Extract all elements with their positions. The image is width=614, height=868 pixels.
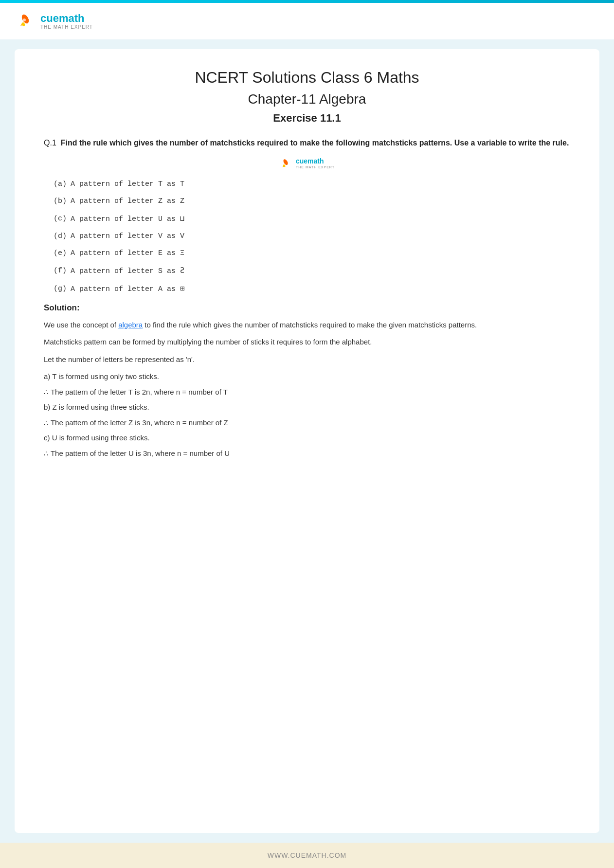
solution-item-a1: a) T is formed using only two sticks. xyxy=(44,370,570,383)
solution-item-b1: b) Z is formed using three sticks. xyxy=(44,401,570,414)
solution-item-c2: ∴ The pattern of the letter U is 3n, whe… xyxy=(44,447,570,460)
solution-item-c1: c) U is formed using three sticks. xyxy=(44,432,570,444)
list-item: (f) A pattern of letter S as Ƨ xyxy=(54,266,570,275)
page-title-main: NCERT Solutions Class 6 Maths xyxy=(44,69,570,87)
pattern-label-d: (d) xyxy=(54,232,67,240)
solution-intro3: Let the number of letters be represented… xyxy=(44,353,570,366)
list-item: (g) A pattern of letter A as ⊞ xyxy=(54,284,570,293)
pattern-label-e: (e) xyxy=(54,249,67,257)
cuemath-logo-icon xyxy=(15,10,36,32)
pattern-text-e: A pattern of letter E as Ξ xyxy=(71,249,184,257)
algebra-link[interactable]: algebra xyxy=(118,321,143,329)
pattern-text-a: A pattern of letter T as T xyxy=(71,180,184,188)
page-wrapper: cuemath THE MATH EXPERT NCERT Solutions … xyxy=(0,0,614,868)
pattern-label-g: (g) xyxy=(54,285,67,293)
pattern-label-f: (f) xyxy=(54,267,67,275)
inline-logo-text: cuemath THE MATH EXPERT xyxy=(296,158,335,168)
pattern-label-c: (c) xyxy=(54,215,67,223)
pattern-text-c: A pattern of letter U as ⊔ xyxy=(71,214,184,223)
question-number: Q.1 xyxy=(44,139,56,147)
solution-item-a2: ∴ The pattern of the letter T is 2n, whe… xyxy=(44,386,570,398)
list-item: (c) A pattern of letter U as ⊔ xyxy=(54,214,570,223)
solution-intro1: We use the concept of algebra to find th… xyxy=(44,319,570,331)
question-block: Q.1 Find the rule which gives the number… xyxy=(44,137,570,293)
list-item: (a) A pattern of letter T as T xyxy=(54,180,570,188)
list-item: (d) A pattern of letter V as V xyxy=(54,232,570,240)
logo-area: cuemath THE MATH EXPERT xyxy=(15,10,93,32)
inline-tagline-label: THE MATH EXPERT xyxy=(296,165,335,169)
pattern-label-a: (a) xyxy=(54,180,67,188)
pattern-text-d: A pattern of letter V as V xyxy=(71,232,184,240)
pattern-text-g: A pattern of letter A as ⊞ xyxy=(71,284,184,293)
list-item: (e) A pattern of letter E as Ξ xyxy=(54,249,570,257)
logo-tagline-text: THE MATH EXPERT xyxy=(40,24,93,30)
solution-block: Solution: We use the concept of algebra … xyxy=(44,303,570,460)
question-body: Find the rule which gives the number of … xyxy=(61,139,569,147)
solution-header: Solution: xyxy=(44,303,570,313)
inline-cuemath-label: cuemath xyxy=(296,158,335,165)
page-title-chapter: Chapter-11 Algebra xyxy=(44,91,570,107)
svg-point-3 xyxy=(23,18,26,21)
logo-text-area: cuemath THE MATH EXPERT xyxy=(40,13,93,30)
inline-logo-icon xyxy=(279,157,293,170)
pattern-text-f: A pattern of letter S as Ƨ xyxy=(71,266,184,275)
inline-logo-area: cuemath THE MATH EXPERT xyxy=(44,157,570,170)
page-title-exercise: Exercise 11.1 xyxy=(44,112,570,125)
pattern-list: (a) A pattern of letter T as T (b) A pat… xyxy=(54,180,570,293)
list-item: (b) A pattern of letter Z as Z xyxy=(54,197,570,205)
logo-cuemath-text: cuemath xyxy=(40,13,93,24)
question-text: Q.1 Find the rule which gives the number… xyxy=(44,137,570,149)
pattern-label-b: (b) xyxy=(54,197,67,205)
solution-item-b2: ∴ The pattern of the letter Z is 3n, whe… xyxy=(44,416,570,429)
footer-text: WWW.CUEMATH.COM xyxy=(268,851,347,859)
header-bar: cuemath THE MATH EXPERT xyxy=(0,3,614,39)
solution-intro2: Matchsticks pattern can be formed by mul… xyxy=(44,336,570,348)
main-content: NCERT Solutions Class 6 Maths Chapter-11… xyxy=(15,49,599,833)
pattern-text-b: A pattern of letter Z as Z xyxy=(71,197,184,205)
footer: WWW.CUEMATH.COM xyxy=(0,843,614,868)
